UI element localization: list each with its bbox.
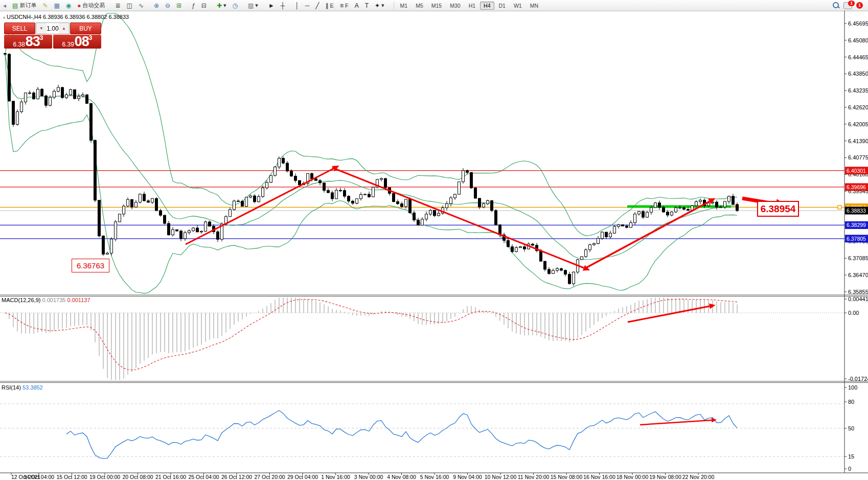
svg-text:6.44465: 6.44465 <box>848 54 868 60</box>
svg-text:27 Oct 20:00: 27 Oct 20:00 <box>254 474 285 480</box>
svg-text:-0.017247: -0.017247 <box>848 376 868 382</box>
svg-text:26 Oct 12:00: 26 Oct 12:00 <box>221 474 252 480</box>
buy-price-small: 6.39 <box>62 41 74 48</box>
svg-text:19 Nov 08:00: 19 Nov 08:00 <box>649 474 681 480</box>
candlesticks <box>4 53 739 286</box>
svg-text:6.38299: 6.38299 <box>847 222 866 228</box>
svg-text:5 Nov 16:00: 5 Nov 16:00 <box>420 474 449 480</box>
svg-text:6.45080: 6.45080 <box>848 37 868 43</box>
macd-label: MACD(12,26,9) 0.001735 0.001137 <box>2 297 90 303</box>
volume-stepper: ▼ 1.00 ▲ <box>36 22 70 34</box>
svg-text:6.42005: 6.42005 <box>848 121 868 127</box>
sell-button[interactable]: SELL <box>4 22 35 34</box>
swing-low-price-label[interactable]: 6.36763 <box>72 259 109 272</box>
svg-text:0.004412: 0.004412 <box>848 296 868 302</box>
macd-signal-value: 0.001137 <box>67 297 90 303</box>
chart-pointer-icon: ▴ <box>3 15 5 19</box>
svg-text:6.35855: 6.35855 <box>848 289 868 295</box>
sell-price-small: 6.38 <box>13 41 25 48</box>
sell-price-big: 83 <box>26 35 40 48</box>
svg-text:19 Oct 00:00: 19 Oct 00:00 <box>89 474 120 480</box>
buy-price-big: 08 <box>75 35 89 48</box>
volume-decrease-button[interactable]: ▼ <box>36 23 47 34</box>
svg-text:14 Oct 04:00: 14 Oct 04:00 <box>24 474 54 480</box>
svg-text:6.42620: 6.42620 <box>848 104 868 110</box>
buy-price-display[interactable]: 6.39 08 3 <box>53 35 101 49</box>
svg-text:6.43850: 6.43850 <box>848 71 868 77</box>
svg-text:16 Nov 16:00: 16 Nov 16:00 <box>583 474 615 480</box>
mt4-window: ◂▤新订单✎▦◉●自动交易≣◫∿⊕⊖⊞ƒ⊟✚▾◷▨▾►┼│─╱∥E≡FAT✦▾ … <box>0 0 868 480</box>
svg-text:29 Oct 04:00: 29 Oct 04:00 <box>287 474 318 480</box>
svg-text:15: 15 <box>848 453 854 460</box>
volume-value[interactable]: 1.00 <box>47 23 59 34</box>
svg-text:6.38833: 6.38833 <box>847 208 866 214</box>
chart-title: ▴ USDCNH-,H4 6.38936 6.38936 6.38802 6.3… <box>3 14 129 20</box>
chart-canvas[interactable]: 6.456956.450806.444656.438506.432356.426… <box>0 0 868 480</box>
svg-text:80: 80 <box>848 399 854 405</box>
svg-text:10 Nov 12:00: 10 Nov 12:00 <box>485 474 517 480</box>
svg-text:6.36470: 6.36470 <box>848 272 868 278</box>
svg-text:18 Nov 00:00: 18 Nov 00:00 <box>616 474 649 480</box>
svg-text:0: 0 <box>848 466 851 472</box>
svg-text:6.40301: 6.40301 <box>847 168 866 174</box>
sell-price-display[interactable]: 6.38 83 3 <box>4 35 52 49</box>
macd-main-value: 0.001735 <box>42 297 65 303</box>
svg-text:15 Nov 08:00: 15 Nov 08:00 <box>551 474 583 480</box>
sell-price-pipette: 3 <box>40 35 43 41</box>
macd-signal-line <box>5 299 737 370</box>
svg-text:9 Nov 04:00: 9 Nov 04:00 <box>453 474 482 480</box>
svg-text:15 Oct 12:00: 15 Oct 12:00 <box>56 474 87 480</box>
target-price-label[interactable]: 6.38954 <box>757 201 799 217</box>
svg-text:50: 50 <box>848 425 854 431</box>
svg-text:20 Oct 08:00: 20 Oct 08:00 <box>122 474 153 480</box>
price-axis[interactable]: 6.456956.450806.444656.438506.432356.426… <box>844 20 868 472</box>
rsi-line <box>66 410 737 459</box>
buy-price-pipette: 3 <box>89 35 93 41</box>
line-handle[interactable] <box>838 205 841 209</box>
time-axis[interactable]: 12 Oct 202114 Oct 04:0015 Oct 12:0019 Oc… <box>11 473 714 480</box>
svg-text:3 Nov 00:00: 3 Nov 00:00 <box>354 474 383 480</box>
svg-text:100: 100 <box>848 384 857 391</box>
svg-text:11 Nov 20:00: 11 Nov 20:00 <box>518 474 550 480</box>
svg-text:6.45695: 6.45695 <box>848 20 868 27</box>
rsi-value: 53.3852 <box>22 384 43 391</box>
svg-text:22 Nov 20:00: 22 Nov 20:00 <box>682 474 715 480</box>
svg-text:6.41390: 6.41390 <box>848 138 868 144</box>
svg-text:6.40775: 6.40775 <box>848 154 868 161</box>
one-click-trading-panel: SELL ▼ 1.00 ▲ BUY 6.38 83 3 6.39 08 3 <box>4 22 101 49</box>
volume-increase-button[interactable]: ▲ <box>59 23 69 34</box>
macd-histogram <box>5 298 737 380</box>
svg-text:6.39696: 6.39696 <box>847 184 866 190</box>
bollinger-bands <box>5 13 737 293</box>
svg-text:0.00: 0.00 <box>848 310 859 316</box>
svg-text:25 Oct 04:00: 25 Oct 04:00 <box>188 474 219 480</box>
svg-text:6.37805: 6.37805 <box>847 236 866 242</box>
rsi-label: RSI(14) 53.3852 <box>2 384 43 391</box>
svg-text:4 Nov 08:00: 4 Nov 08:00 <box>387 474 416 480</box>
buy-button[interactable]: BUY <box>70 22 101 34</box>
svg-text:6.43235: 6.43235 <box>848 87 868 94</box>
svg-text:21 Oct 16:00: 21 Oct 16:00 <box>155 474 186 480</box>
svg-text:1 Nov 16:00: 1 Nov 16:00 <box>321 474 350 480</box>
svg-text:6.37085: 6.37085 <box>848 255 868 261</box>
